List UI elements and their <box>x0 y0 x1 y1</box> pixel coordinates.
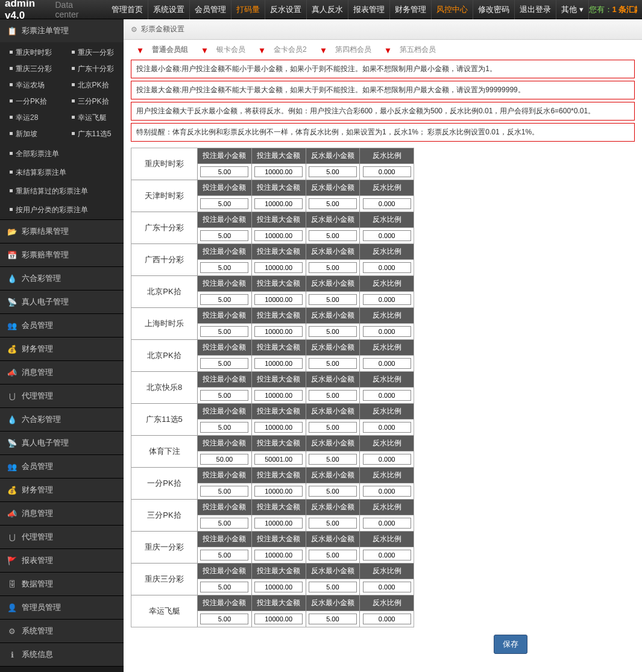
tier-tab[interactable]: ▾第四档会员 <box>314 45 379 55</box>
amount-input[interactable] <box>309 390 357 401</box>
tier-tab[interactable]: ▾普通会员组 <box>131 45 195 55</box>
sidebar-group[interactable]: 💰财务管理 <box>0 338 124 360</box>
amount-input[interactable] <box>254 326 303 337</box>
amount-input[interactable] <box>363 166 411 177</box>
amount-input[interactable] <box>200 486 248 497</box>
amount-input[interactable] <box>363 326 411 337</box>
amount-input[interactable] <box>309 454 357 465</box>
amount-input[interactable] <box>363 454 411 465</box>
sidebar-group[interactable]: 💧六合彩管理 <box>0 408 124 431</box>
sidebar-group[interactable]: 👥会员管理 <box>0 314 124 337</box>
amount-input[interactable] <box>309 262 357 273</box>
amount-input[interactable] <box>309 518 357 529</box>
amount-input[interactable] <box>309 358 357 369</box>
amount-input[interactable] <box>309 166 357 177</box>
amount-input[interactable] <box>200 550 248 561</box>
sidebar-item[interactable]: 重新结算过的彩票注单 <box>0 182 124 201</box>
sidebar-group[interactable]: 📡真人电子管理 <box>0 432 124 454</box>
amount-input[interactable] <box>363 582 411 592</box>
amount-input[interactable] <box>200 582 248 592</box>
amount-input[interactable] <box>363 550 411 561</box>
amount-input[interactable] <box>363 262 411 273</box>
amount-input[interactable] <box>254 614 303 624</box>
sidebar-group[interactable]: 👤管理员管理 <box>0 596 124 619</box>
topnav-item[interactable]: 退出登录 <box>515 0 556 19</box>
sidebar-group[interactable]: ⚙系统管理 <box>0 620 124 642</box>
amount-input[interactable] <box>309 294 357 305</box>
amount-input[interactable] <box>200 166 248 177</box>
amount-input[interactable] <box>254 294 303 305</box>
amount-input[interactable] <box>309 230 357 241</box>
amount-input[interactable] <box>200 454 248 465</box>
topnav-item[interactable]: 打码量 <box>231 0 265 19</box>
save-button[interactable]: 保存 <box>494 635 527 654</box>
amount-input[interactable] <box>254 582 303 592</box>
amount-input[interactable] <box>309 326 357 337</box>
topnav-item[interactable]: 修改密码 <box>473 0 515 19</box>
topnav-item[interactable]: 反水设置 <box>265 0 307 19</box>
amount-input[interactable] <box>200 422 248 433</box>
sidebar-item[interactable]: 按用户分类的彩票注单 <box>0 201 124 219</box>
sidebar-group[interactable]: 📡真人电子管理 <box>0 290 124 313</box>
sidebar-item[interactable]: 新加坡 <box>0 126 62 142</box>
sidebar-group[interactable]: 👥会员管理 <box>0 455 124 478</box>
sidebar-item[interactable]: 一分PK拾 <box>0 93 62 110</box>
topnav-item[interactable]: 其他 ▾ <box>556 0 589 19</box>
sidebar-item[interactable]: 幸运农场 <box>0 77 62 93</box>
amount-input[interactable] <box>363 486 411 497</box>
amount-input[interactable] <box>363 358 411 369</box>
sidebar-item[interactable]: 北京PK拾 <box>62 77 124 93</box>
topnav-item[interactable]: 系统设置 <box>148 0 190 19</box>
amount-input[interactable] <box>363 230 411 241</box>
sidebar-group[interactable]: 💰财务管理 <box>0 479 124 501</box>
amount-input[interactable] <box>363 294 411 305</box>
amount-input[interactable] <box>363 390 411 401</box>
sidebar-item[interactable]: 三分PK拾 <box>62 93 124 110</box>
tier-tab[interactable]: ▾金卡会员2 <box>253 45 314 55</box>
amount-input[interactable] <box>363 614 411 624</box>
amount-input[interactable] <box>200 230 248 241</box>
sidebar-item[interactable]: 重庆一分彩 <box>62 45 124 61</box>
sidebar-group[interactable]: ⋃代理管理 <box>0 526 124 548</box>
amount-input[interactable] <box>309 198 357 209</box>
topnav-item[interactable]: 风控中心 <box>432 0 473 19</box>
topnav-item[interactable]: 真人反水 <box>307 0 348 19</box>
sidebar-group[interactable]: 💧六合彩管理 <box>0 267 124 290</box>
sidebar-group[interactable]: 🗄数据管理 <box>0 573 124 595</box>
tier-tab[interactable]: ▾第五档会员 <box>379 45 443 55</box>
amount-input[interactable] <box>363 518 411 529</box>
tier-tab[interactable]: ▾银卡会员 <box>195 45 253 55</box>
amount-input[interactable] <box>200 198 248 209</box>
amount-input[interactable] <box>254 358 303 369</box>
amount-input[interactable] <box>200 294 248 305</box>
topnav-item[interactable]: 报表管理 <box>348 0 390 19</box>
amount-input[interactable] <box>254 550 303 561</box>
topnav-item[interactable]: 会员管理 <box>190 0 231 19</box>
sidebar-item[interactable]: 广东11选5 <box>62 126 124 142</box>
amount-input[interactable] <box>200 518 248 529</box>
amount-input[interactable] <box>254 390 303 401</box>
topnav-item[interactable]: 管理首页 <box>107 0 148 19</box>
amount-input[interactable] <box>200 358 248 369</box>
sidebar-group[interactable]: 📣消息管理 <box>0 502 124 525</box>
amount-input[interactable] <box>254 166 303 177</box>
sidebar-item[interactable]: 全部彩票注单 <box>0 145 124 163</box>
amount-input[interactable] <box>200 326 248 337</box>
sidebar-group[interactable]: 🚩报表管理 <box>0 549 124 572</box>
amount-input[interactable] <box>254 518 303 529</box>
sidebar-item[interactable]: 重庆时时彩 <box>0 45 62 61</box>
sidebar-group[interactable]: 📂彩票结果管理 <box>0 220 124 243</box>
sidebar-item[interactable]: 幸运飞艇 <box>62 110 124 126</box>
amount-input[interactable] <box>363 198 411 209</box>
amount-input[interactable] <box>200 262 248 273</box>
amount-input[interactable] <box>254 198 303 209</box>
sidebar-group[interactable]: ⋃代理管理 <box>0 385 124 407</box>
amount-input[interactable] <box>309 582 357 592</box>
amount-input[interactable] <box>254 454 303 465</box>
amount-input[interactable] <box>254 422 303 433</box>
amount-input[interactable] <box>254 230 303 241</box>
sidebar-item[interactable]: 广东十分彩 <box>62 61 124 77</box>
sidebar-item[interactable]: 重庆三分彩 <box>0 61 62 77</box>
amount-input[interactable] <box>309 550 357 561</box>
sidebar-group-lottery-orders[interactable]: 📋 彩票注单管理 <box>0 19 124 42</box>
